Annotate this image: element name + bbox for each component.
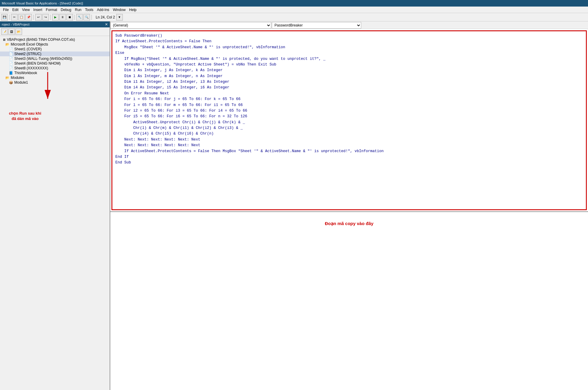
vbaproject-label: VBAProject (BANG TINH COPHA COT.xls) bbox=[7, 38, 75, 42]
vbaproject-icon: 🖥 bbox=[2, 38, 6, 41]
bottom-annotation-text: Đoạn mã copy vào đây bbox=[325, 221, 373, 226]
close-button[interactable]: ✕ bbox=[105, 22, 108, 26]
sheet1-label: Sheet1 (COVER) bbox=[14, 47, 42, 51]
excel-objects-icon: 📂 bbox=[5, 43, 10, 46]
title-text: Microsoft Visual Basic for Applications … bbox=[2, 1, 83, 5]
toolbar-redo[interactable]: ↪ bbox=[42, 14, 49, 21]
menu-format[interactable]: Format bbox=[44, 7, 59, 13]
project-header-title: roject - VBAProject bbox=[2, 23, 30, 26]
tree-module1[interactable]: 📦 Module1 bbox=[0, 80, 110, 85]
toolbar-break[interactable]: ⏸ bbox=[59, 14, 66, 21]
tree-excel-objects[interactable]: 📂 Microsoft Excel Objects bbox=[0, 42, 110, 47]
tree-modules[interactable]: 📂 Modules bbox=[0, 75, 110, 80]
toolbar-run[interactable]: ▶ bbox=[52, 14, 59, 21]
project-toggle-folders[interactable]: 📂 bbox=[15, 28, 22, 35]
project-view-object[interactable]: 🖼 bbox=[8, 28, 15, 35]
tree-sheet4[interactable]: 📄 Sheet4 (BIEN DANG NHOM) bbox=[0, 61, 110, 66]
excel-objects-label: Microsoft Excel Objects bbox=[11, 42, 48, 46]
menu-insert[interactable]: Insert bbox=[32, 7, 44, 13]
main-layout: roject - VBAProject ✕ 📝 🖼 📂 🖥 VBAProject… bbox=[0, 21, 588, 390]
menu-bar: File Edit View Insert Format Debug Run T… bbox=[0, 7, 588, 13]
toolbar-save[interactable]: 💾 bbox=[1, 14, 8, 21]
menu-run[interactable]: Run bbox=[73, 7, 83, 13]
sheet2-icon: 📄 bbox=[9, 52, 13, 56]
sheet8-icon: 📄 bbox=[9, 66, 13, 70]
right-panel: (General) PasswordBreaker Sub PasswordBr… bbox=[110, 21, 588, 390]
code-border: Sub PasswordBreaker() If ActiveSheet.Pro… bbox=[111, 30, 587, 210]
left-panel: roject - VBAProject ✕ 📝 🖼 📂 🖥 VBAProject… bbox=[0, 21, 110, 390]
tree-thisworkbook[interactable]: 📘 ThisWorkbook bbox=[0, 71, 110, 75]
menu-help[interactable]: Help bbox=[127, 7, 138, 13]
menu-tools[interactable]: Tools bbox=[83, 7, 95, 13]
modules-icon: 📂 bbox=[5, 76, 10, 80]
menu-file[interactable]: File bbox=[1, 7, 10, 13]
toolbar-find[interactable]: 🔍 bbox=[83, 14, 90, 21]
menu-debug[interactable]: Debug bbox=[59, 7, 73, 13]
toolbar-copy[interactable]: 📋 bbox=[18, 14, 25, 21]
toolbar: 💾 ✂ 📋 📌 ↩ ↪ ▶ ⏸ ⏹ 🔧 🔍 Ln 24, Col 2 ▼ bbox=[0, 13, 588, 21]
status-position: Ln 24, Col 2 bbox=[96, 15, 115, 19]
sheet8-label: Sheet8 (XXXXXXXX) bbox=[14, 66, 48, 70]
sheet3-icon: 📄 bbox=[9, 57, 13, 61]
code-editor[interactable]: Sub PasswordBreaker() If ActiveSheet.Pro… bbox=[112, 31, 586, 168]
project-tree: 🖥 VBAProject (BANG TINH COPHA COT.xls) 📂… bbox=[0, 36, 110, 390]
module1-icon: 📦 bbox=[9, 81, 13, 85]
sheet3-label: Sheet3 (WALL-Tuong (W450x2450)) bbox=[14, 57, 72, 61]
menu-addins[interactable]: Add-Ins bbox=[95, 7, 111, 13]
tree-sheet8[interactable]: 📄 Sheet8 (XXXXXXXX) bbox=[0, 66, 110, 71]
sheet4-icon: 📄 bbox=[9, 62, 13, 65]
toolbar-paste[interactable]: 📌 bbox=[25, 14, 32, 21]
thisworkbook-icon: 📘 bbox=[9, 71, 13, 75]
project-view-code[interactable]: 📝 bbox=[1, 28, 8, 35]
thisworkbook-label: ThisWorkbook bbox=[14, 71, 37, 75]
sheet2-label: Sheet2 (STRUC) bbox=[14, 52, 41, 56]
bottom-section: Đoạn mã copy vào đây bbox=[110, 211, 588, 390]
menu-view[interactable]: View bbox=[20, 7, 32, 13]
project-header: roject - VBAProject ✕ bbox=[0, 21, 110, 27]
dropdown-bar: (General) PasswordBreaker bbox=[110, 21, 588, 29]
tree-sheet1[interactable]: 📄 Sheet1 (COVER) bbox=[0, 47, 110, 52]
toolbar-undo[interactable]: ↩ bbox=[35, 14, 42, 21]
procedure-dropdown[interactable]: PasswordBreaker bbox=[272, 22, 361, 29]
modules-label: Modules bbox=[11, 76, 24, 80]
title-bar: Microsoft Visual Basic for Applications … bbox=[0, 0, 588, 7]
toolbar-reset[interactable]: ⏹ bbox=[66, 14, 73, 21]
toolbar-cut[interactable]: ✂ bbox=[11, 14, 18, 21]
tree-sheet3[interactable]: 📄 Sheet3 (WALL-Tuong (W450x2450)) bbox=[0, 56, 110, 61]
general-dropdown[interactable]: (General) bbox=[110, 22, 271, 29]
module1-label: Module1 bbox=[14, 80, 28, 85]
menu-edit[interactable]: Edit bbox=[10, 7, 20, 13]
toolbar-goto[interactable]: ▼ bbox=[116, 14, 123, 21]
tree-sheet2[interactable]: 📄 Sheet2 (STRUC) bbox=[0, 52, 110, 56]
toolbar-design[interactable]: 🔧 bbox=[76, 14, 83, 21]
menu-window[interactable]: Window bbox=[111, 7, 128, 13]
sheet4-label: Sheet4 (BIEN DANG NHOM) bbox=[14, 61, 60, 65]
tree-vbaproject[interactable]: 🖥 VBAProject (BANG TINH COPHA COT.xls) bbox=[0, 37, 110, 42]
sheet1-icon: 📄 bbox=[9, 47, 13, 51]
code-container: Sub PasswordBreaker() If ActiveSheet.Pro… bbox=[110, 29, 588, 211]
